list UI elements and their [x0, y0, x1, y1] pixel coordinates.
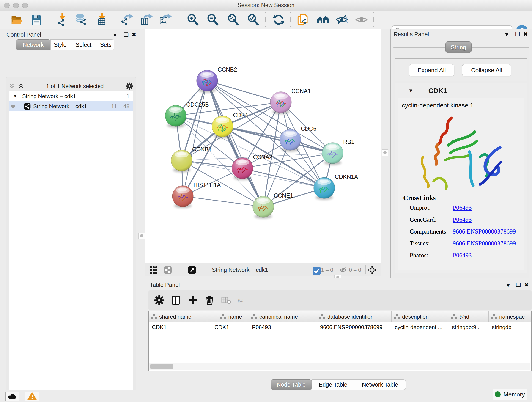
table-panel-close-icon[interactable]: ✖	[524, 282, 529, 288]
export-table-icon[interactable]	[140, 13, 153, 26]
table-row[interactable]: CDK1CDK1P064939606.ENSP00000378699cyclin…	[149, 322, 531, 332]
results-panel-menu-icon[interactable]: ▼	[504, 32, 510, 38]
control-panel-close-icon[interactable]: ✖	[132, 32, 136, 38]
network-options-gear-icon[interactable]	[126, 82, 133, 90]
collapse-all-button[interactable]: Collapse All	[462, 64, 511, 76]
warning-status-button[interactable]	[25, 392, 39, 401]
save-icon[interactable]	[30, 13, 43, 26]
node-CCNA1[interactable]	[270, 92, 291, 114]
node-RB1[interactable]	[322, 143, 343, 165]
results-panel-divider[interactable]	[390, 29, 391, 279]
refresh-icon[interactable]	[272, 13, 285, 26]
node-HIST1H1A[interactable]	[172, 186, 193, 208]
table-cell[interactable]: stringdb:9...	[449, 322, 489, 332]
node-CCNB2[interactable]	[196, 70, 218, 93]
results-panel-close-icon[interactable]: ✖	[523, 31, 528, 37]
column-header-database-identifier[interactable]: database identifier	[317, 311, 392, 322]
scrollbar-thumb[interactable]	[150, 364, 173, 369]
table-cell[interactable]: CDK1	[211, 322, 249, 332]
tab-string[interactable]: String	[445, 41, 472, 53]
tree-expander-icon[interactable]: ▼	[13, 94, 17, 99]
memory-button[interactable]: Memory	[493, 389, 527, 400]
table-cell[interactable]: P06493	[249, 322, 317, 332]
network-tree-row[interactable]: String Network – cdk11148	[9, 101, 133, 111]
zoom-selected-icon[interactable]	[247, 13, 259, 26]
results-panel-float-icon[interactable]: ❑	[515, 31, 520, 37]
selected-checkbox-icon[interactable]	[312, 267, 319, 273]
tab-select[interactable]: Select	[70, 39, 97, 50]
tab-network-table[interactable]: Network Table	[354, 379, 406, 390]
gene-entry-header[interactable]: ▼ CDK1	[395, 85, 524, 97]
table-horizontal-scrollbar[interactable]	[149, 363, 530, 370]
table-settings-gear-icon[interactable]	[154, 295, 165, 306]
edge-HIST1H1A-CCNE1[interactable]	[183, 196, 263, 207]
tab-network[interactable]: Network	[16, 39, 51, 50]
import-table-icon[interactable]	[96, 13, 109, 26]
edge-CCNA2-CDKN1A[interactable]	[242, 168, 324, 188]
collapse-entry-icon[interactable]: ▼	[408, 88, 413, 94]
right-splitter-handle[interactable]	[382, 149, 388, 156]
eye-hide-icon[interactable]	[336, 13, 348, 26]
delete-column-trash-icon[interactable]	[204, 295, 215, 306]
tab-style[interactable]: Style	[51, 39, 70, 50]
crosslink-link[interactable]: 9606.ENSP00000378699	[453, 228, 516, 235]
column-header--id[interactable]: @id	[449, 311, 489, 322]
node-CDC6[interactable]	[280, 129, 301, 152]
table-cell[interactable]: 9606.ENSP00000378699	[317, 322, 392, 332]
fit-selected-crosshair-icon[interactable]	[368, 266, 376, 274]
export-image-icon[interactable]	[159, 13, 172, 26]
export-network-icon[interactable]	[120, 13, 133, 26]
table-panel-menu-icon[interactable]: ▼	[505, 282, 511, 288]
network-graph: CCNB2CCNA1CDC25BCDK1CDC6RB1CCNB1CCNA2CDK…	[145, 29, 381, 263]
column-header-name[interactable]: name	[211, 311, 249, 322]
column-header-namespac[interactable]: namespac	[489, 311, 531, 322]
column-header-canonical-name[interactable]: canonical name	[249, 311, 317, 322]
node-CDKN1A[interactable]	[314, 177, 335, 200]
import-database-icon[interactable]	[75, 13, 88, 26]
network-share-icon[interactable]	[163, 266, 172, 274]
control-panel-float-icon[interactable]: ❑	[124, 32, 129, 38]
network-tree-row[interactable]: ▼String Network – cdk11	[9, 91, 133, 101]
birds-eye-view-icon[interactable]	[188, 266, 196, 274]
expand-all-networks-icon[interactable]	[17, 83, 24, 89]
crosslink-link[interactable]: P06493	[453, 204, 472, 211]
open-folder-icon[interactable]	[11, 13, 23, 26]
show-columns-icon[interactable]	[171, 295, 181, 306]
node-CDC25B[interactable]	[165, 105, 186, 128]
cloud-status-button[interactable]	[6, 392, 19, 401]
table-panel-float-icon[interactable]: ❑	[516, 282, 521, 288]
zoom-out-icon[interactable]	[206, 13, 219, 26]
control-panel-menu-icon[interactable]: ▼	[112, 32, 118, 38]
import-network-icon[interactable]	[56, 13, 69, 26]
hidden-eye-icon[interactable]	[339, 266, 348, 274]
grid-view-icon[interactable]	[149, 266, 158, 274]
node-count: 11	[111, 103, 117, 109]
node-CCNB1[interactable]	[171, 150, 192, 172]
table-cell[interactable]: CDK1	[149, 322, 211, 332]
column-header-description[interactable]: description	[392, 311, 449, 322]
expand-all-button[interactable]: Expand All	[409, 64, 454, 76]
zoom-fit-icon[interactable]	[227, 13, 239, 26]
clone-network-icon[interactable]	[297, 13, 310, 26]
table-cell[interactable]: cyclin-dependent ...	[392, 322, 449, 332]
node-CCNA2[interactable]	[232, 158, 253, 180]
add-column-icon[interactable]	[188, 295, 198, 306]
column-header-shared-name[interactable]: shared name	[149, 311, 211, 322]
crosslink-link[interactable]: P06493	[453, 252, 472, 259]
node-CDK1[interactable]	[212, 116, 233, 138]
tab-edge-table[interactable]: Edge Table	[312, 379, 355, 390]
column-header-label: canonical name	[259, 313, 298, 320]
table-cell[interactable]: stringdb	[489, 322, 531, 332]
crosslink-link[interactable]: 9606.ENSP00000378699	[453, 240, 516, 247]
tab-node-table[interactable]: Node Table	[271, 379, 312, 390]
node-CCNE1[interactable]	[253, 196, 274, 219]
edge-CCNB2-HIST1H1A[interactable]	[183, 81, 207, 196]
left-splitter-handle[interactable]	[138, 233, 145, 239]
crosslink-link[interactable]: P06493	[453, 216, 472, 223]
tab-sets[interactable]: Sets	[97, 39, 114, 50]
zoom-in-icon[interactable]	[186, 13, 199, 26]
edge-CCNB2-CCNA1[interactable]	[207, 81, 281, 102]
home-pair-icon[interactable]	[317, 13, 329, 26]
network-canvas[interactable]: CCNB2CCNA1CDC25BCDK1CDC6RB1CCNB1CCNA2CDK…	[145, 29, 381, 263]
collapse-all-networks-icon[interactable]	[8, 83, 15, 89]
